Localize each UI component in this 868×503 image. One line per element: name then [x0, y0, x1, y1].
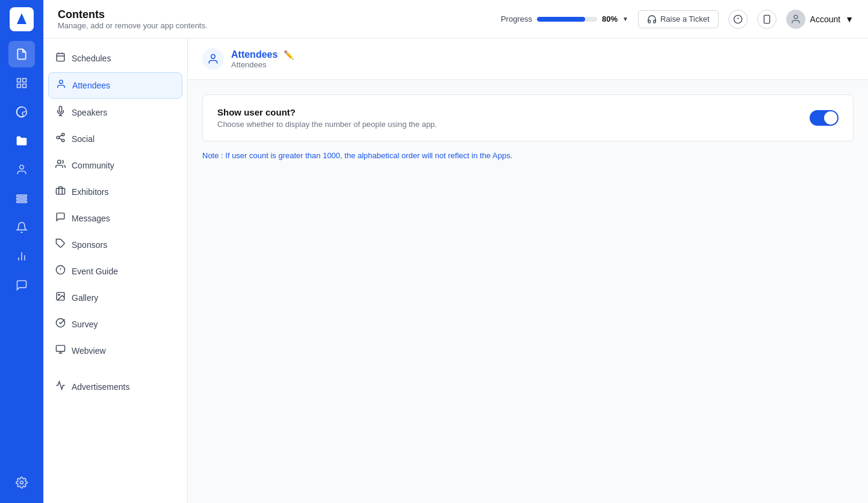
sidebar-label-sponsors: Sponsors [72, 240, 107, 250]
advertisements-icon [55, 380, 66, 393]
sidebar-item-survey[interactable]: Survey [48, 312, 182, 337]
svg-rect-41 [56, 345, 64, 351]
raise-ticket-label: Raise a Ticket [660, 14, 710, 23]
content-area: Schedules Attendees [43, 39, 868, 503]
progress-label: Progress [501, 14, 532, 23]
sidebar-item-event-guide[interactable]: Event Guide [48, 259, 182, 284]
setting-title: Show user count? [217, 107, 437, 117]
sponsors-icon [55, 238, 66, 252]
panel-title: Attendees [231, 49, 277, 60]
svg-point-27 [62, 133, 64, 135]
sidebar-label-community: Community [72, 161, 114, 170]
nav-icon-chat[interactable] [8, 272, 35, 298]
gallery-icon [55, 291, 66, 304]
svg-rect-2 [23, 79, 26, 82]
progress-bar-fill [537, 17, 585, 22]
mobile-preview-button[interactable] [757, 10, 777, 29]
sidebar-label-gallery: Gallery [72, 293, 98, 303]
panel-header-icon [202, 48, 224, 70]
nav-icon-gear[interactable] [8, 469, 35, 496]
sidebar-label-schedules: Schedules [72, 54, 111, 63]
account-chevron: ▼ [845, 14, 854, 24]
svg-rect-3 [17, 84, 21, 88]
webview-icon [55, 344, 66, 357]
account-button[interactable]: Account ▼ [786, 10, 854, 29]
speakers-icon [55, 106, 66, 119]
main-panel: Attendees ✏️ Attendees Show user count? … [188, 39, 868, 503]
nav-icon-person[interactable] [8, 156, 35, 183]
nav-icon-list[interactable] [8, 185, 35, 212]
sidebar-label-attendees: Attendees [72, 81, 110, 90]
nav-icon-palette[interactable] [8, 99, 35, 125]
progress-dropdown[interactable]: ▼ [622, 16, 628, 22]
exhibitors-icon [55, 185, 66, 199]
sidebar-label-survey: Survey [72, 319, 98, 329]
svg-point-40 [56, 318, 64, 327]
svg-marker-0 [17, 13, 26, 24]
panel-content: Show user count? Choose whether to displ… [188, 80, 868, 174]
svg-rect-9 [17, 201, 27, 203]
nav-icon-chart[interactable] [8, 243, 35, 270]
content-sidebar: Schedules Attendees [43, 39, 188, 503]
svg-point-39 [58, 294, 60, 295]
svg-point-29 [62, 139, 64, 141]
sidebar-item-advertisements[interactable]: Advertisements [48, 374, 182, 400]
note-text: Note : If user count is greater than 100… [202, 151, 854, 160]
header-right: Progress 80% ▼ Raise a Ticket [501, 10, 854, 29]
headset-icon [647, 14, 657, 24]
top-header: Contents Manage, add or remove your app … [43, 0, 868, 39]
panel-header: Attendees ✏️ Attendees [188, 39, 868, 80]
page-title: Contents [58, 8, 491, 21]
sidebar-label-messages: Messages [72, 214, 110, 223]
svg-rect-20 [57, 54, 64, 61]
svg-point-6 [20, 165, 24, 170]
sidebar-item-schedules[interactable]: Schedules [48, 46, 182, 71]
messages-icon [55, 212, 66, 225]
sidebar-item-webview[interactable]: Webview [48, 338, 182, 363]
svg-rect-4 [23, 84, 26, 88]
svg-rect-7 [17, 195, 27, 197]
progress-bar [537, 17, 597, 22]
sidebar-item-exhibitors[interactable]: Exhibitors [48, 179, 182, 205]
sidebar-item-community[interactable]: Community [48, 153, 182, 178]
sidebar-item-speakers[interactable]: Speakers [48, 100, 182, 125]
svg-point-19 [794, 15, 798, 19]
show-user-count-toggle[interactable] [810, 110, 839, 126]
sidebar-label-advertisements: Advertisements [72, 382, 129, 392]
nav-icon-page[interactable] [8, 41, 35, 67]
nav-icon-folder[interactable] [8, 128, 35, 154]
svg-point-32 [58, 160, 61, 164]
svg-point-24 [60, 80, 63, 84]
sidebar-label-webview: Webview [72, 346, 106, 356]
page-subtitle: Manage, add or remove your app contents. [58, 21, 491, 30]
sidebar-item-attendees[interactable]: Attendees [48, 72, 182, 99]
nav-icon-bell[interactable] [8, 214, 35, 241]
panel-subtitle: Attendees [231, 60, 294, 69]
panel-header-text: Attendees ✏️ Attendees [231, 49, 294, 69]
info-button[interactable] [728, 10, 748, 29]
app-logo[interactable] [10, 7, 34, 31]
sidebar-label-event-guide: Event Guide [72, 267, 118, 276]
sidebar-item-sponsors[interactable]: Sponsors [48, 232, 182, 258]
header-title-section: Contents Manage, add or remove your app … [58, 8, 491, 30]
sidebar-label-exhibitors: Exhibitors [72, 187, 108, 197]
progress-percent: 80% [602, 14, 618, 23]
sidebar-item-gallery[interactable]: Gallery [48, 285, 182, 310]
edit-icon[interactable]: ✏️ [284, 50, 294, 60]
sidebar-label-speakers: Speakers [72, 108, 107, 117]
raise-ticket-button[interactable]: Raise a Ticket [638, 10, 719, 28]
community-icon [55, 159, 66, 172]
svg-rect-33 [56, 188, 64, 194]
social-icon [55, 132, 66, 146]
attendees-icon [56, 79, 66, 92]
svg-line-31 [59, 135, 62, 137]
schedules-icon [55, 52, 66, 65]
toggle-knob [824, 111, 837, 125]
nav-icon-grid[interactable] [8, 70, 35, 96]
survey-icon [55, 318, 66, 331]
sidebar-item-messages[interactable]: Messages [48, 206, 182, 231]
svg-point-44 [211, 55, 215, 59]
svg-point-13 [20, 481, 23, 484]
show-user-count-card: Show user count? Choose whether to displ… [202, 94, 854, 141]
sidebar-item-social[interactable]: Social [48, 126, 182, 152]
